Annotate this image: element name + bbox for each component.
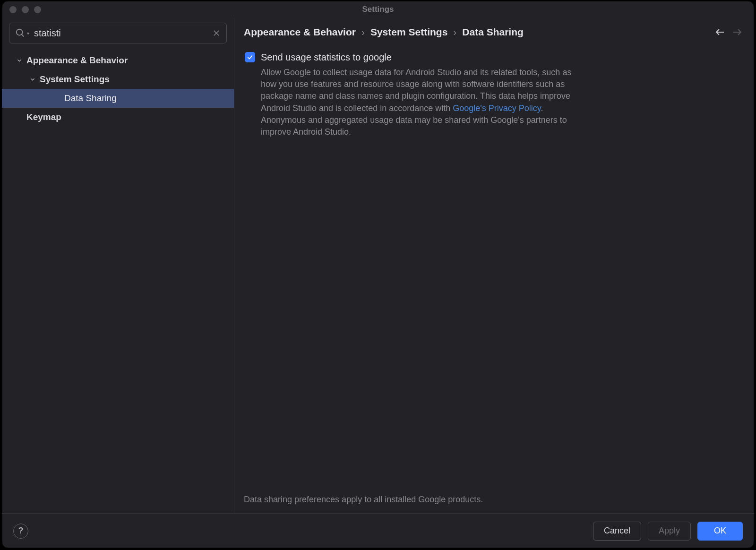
search-box[interactable]: ▾ [9, 23, 227, 43]
search-icon [15, 28, 26, 38]
send-usage-checkbox[interactable] [245, 52, 255, 62]
settings-window: Settings ▾ Appearance & BehaviorSystem S… [2, 1, 754, 548]
traffic-lights [2, 6, 41, 13]
main-panel: Appearance & Behavior›System Settings›Da… [234, 18, 754, 513]
breadcrumb-sep: › [360, 26, 367, 38]
tree-item-keymap[interactable]: Keymap [2, 108, 234, 127]
send-usage-label[interactable]: Send usage statistics to google [261, 51, 587, 64]
privacy-policy-link[interactable]: Google's Privacy Policy [453, 103, 541, 113]
tree-item-system-settings[interactable]: System Settings [2, 70, 234, 89]
apply-button: Apply [648, 522, 691, 541]
traffic-min[interactable] [22, 6, 29, 13]
chevron-down-icon [29, 76, 36, 83]
tree-item-appearance-behavior[interactable]: Appearance & Behavior [2, 51, 234, 70]
search-history-caret[interactable]: ▾ [27, 31, 29, 36]
tree-item-label: Appearance & Behavior [26, 55, 128, 66]
help-button[interactable]: ? [13, 524, 28, 539]
traffic-max[interactable] [34, 6, 41, 13]
svg-line-1 [22, 34, 24, 37]
ok-button[interactable]: OK [697, 522, 743, 541]
titlebar: Settings [2, 1, 754, 18]
window-title: Settings [362, 5, 394, 14]
tree-item-data-sharing[interactable]: Data Sharing [2, 89, 234, 108]
breadcrumb-item: Appearance & Behavior [244, 26, 356, 38]
tree-item-label: System Settings [40, 74, 110, 85]
content: Send usage statistics to google Allow Go… [234, 43, 754, 495]
body: ▾ Appearance & BehaviorSystem SettingsDa… [2, 18, 754, 513]
check-icon [247, 54, 253, 60]
footnote: Data sharing preferences apply to all in… [234, 495, 754, 513]
send-usage-description: Allow Google to collect usage data for A… [261, 67, 587, 138]
sidebar: ▾ Appearance & BehaviorSystem SettingsDa… [2, 18, 234, 513]
tree-item-label: Keymap [26, 112, 61, 122]
traffic-close[interactable] [9, 6, 17, 13]
footer: ? Cancel Apply OK [2, 513, 754, 548]
breadcrumb: Appearance & Behavior›System Settings›Da… [244, 26, 709, 38]
settings-tree: Appearance & BehaviorSystem SettingsData… [2, 49, 234, 513]
nav-back-icon[interactable] [714, 26, 726, 38]
tree-item-label: Data Sharing [64, 93, 117, 103]
search-input[interactable] [34, 28, 208, 39]
breadcrumb-item: Data Sharing [462, 26, 524, 38]
breadcrumb-sep: › [451, 26, 458, 38]
svg-point-0 [17, 29, 23, 35]
clear-search-icon[interactable] [212, 29, 221, 37]
breadcrumb-row: Appearance & Behavior›System Settings›Da… [234, 18, 754, 43]
breadcrumb-item: System Settings [370, 26, 447, 38]
chevron-down-icon [16, 57, 23, 64]
cancel-button[interactable]: Cancel [593, 522, 641, 541]
nav-forward-icon [731, 26, 743, 38]
send-usage-option: Send usage statistics to google Allow Go… [245, 51, 742, 138]
